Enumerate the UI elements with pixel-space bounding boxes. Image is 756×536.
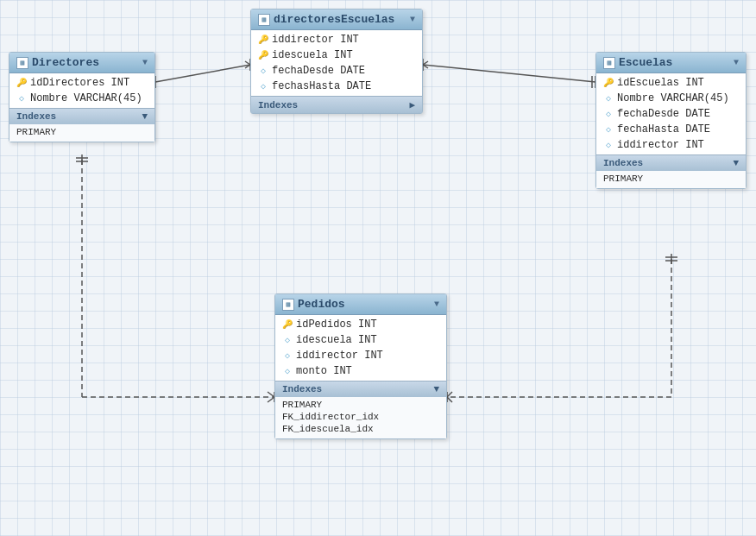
field-name: idescuela INT bbox=[272, 49, 353, 61]
table-directores-name: Directores bbox=[32, 56, 139, 69]
table-name: directoresEscuelas bbox=[274, 13, 406, 26]
field-row: 🔑 idEscuelas INT bbox=[596, 75, 746, 91]
field-name: idPedidos INT bbox=[296, 318, 377, 331]
diamond-icon: ◇ bbox=[603, 93, 614, 104]
index-row: FK_idescuela_idx bbox=[282, 423, 439, 435]
table-name: Pedidos bbox=[298, 298, 431, 311]
svg-line-24 bbox=[447, 397, 452, 402]
indexes-header[interactable]: Indexes ▼ bbox=[275, 381, 446, 397]
table-icon: ▦ bbox=[282, 299, 294, 311]
table-icon: ▦ bbox=[603, 57, 615, 69]
field-name: monto INT bbox=[296, 365, 352, 377]
diamond-icon: ◇ bbox=[603, 124, 614, 135]
indexes-header[interactable]: Indexes ▼ bbox=[596, 154, 746, 171]
field-name: fechasHasta DATE bbox=[272, 80, 371, 92]
diamond-icon: ◇ bbox=[282, 366, 293, 376]
table-directores-indexes-header[interactable]: Indexes ▼ bbox=[9, 108, 154, 124]
table-directores-dropdown[interactable]: ▼ bbox=[142, 58, 148, 67]
field-name: fechaDesde DATE bbox=[617, 108, 710, 120]
field-row: ◇ idescuela INT bbox=[275, 332, 446, 348]
svg-line-14 bbox=[268, 392, 274, 397]
key-icon: 🔑 bbox=[258, 35, 268, 45]
dropdown-arrow[interactable]: ▼ bbox=[734, 58, 739, 67]
dropdown-arrow[interactable]: ▼ bbox=[434, 300, 439, 309]
key-icon: 🔑 bbox=[603, 78, 614, 88]
index-row: FK_iddirector_idx bbox=[282, 411, 439, 423]
table-directores-escuelas-header[interactable]: ▦ directoresEscuelas ▼ bbox=[251, 9, 422, 30]
index-row: PRIMARY bbox=[16, 126, 148, 138]
field-name: iddirector INT bbox=[617, 139, 704, 151]
field-row: ◇ fechasHasta DATE bbox=[251, 79, 422, 94]
indexes-arrow: ▼ bbox=[733, 158, 739, 168]
field-row: 🔑 idPedidos INT bbox=[275, 317, 446, 332]
field-row: 🔑 idDirectores INT bbox=[9, 75, 154, 91]
indexes-content: PRIMARY bbox=[596, 171, 746, 188]
svg-line-9 bbox=[423, 65, 428, 68]
diamond-icon: ◇ bbox=[282, 350, 293, 361]
table-directores-fields: 🔑 idDirectores INT ◇ Nombre VARCHAR(45) bbox=[9, 73, 154, 108]
field-row: ◇ fechaDesde DATE bbox=[596, 106, 746, 122]
index-row: PRIMARY bbox=[603, 173, 739, 185]
field-row: ◇ iddirector INT bbox=[275, 348, 446, 363]
table-escuelas: ▦ Escuelas ▼ 🔑 idEscuelas INT ◇ Nombre V… bbox=[595, 52, 747, 189]
table-fields: 🔑 iddirector INT 🔑 idescuela INT ◇ fecha… bbox=[251, 30, 422, 96]
key-icon: 🔑 bbox=[16, 78, 27, 88]
table-escuelas-header[interactable]: ▦ Escuelas ▼ bbox=[596, 53, 746, 73]
indexes-label: Indexes bbox=[282, 384, 322, 394]
table-fields: 🔑 idEscuelas INT ◇ Nombre VARCHAR(45) ◇ … bbox=[596, 73, 746, 154]
table-fields: 🔑 idPedidos INT ◇ idescuela INT ◇ iddire… bbox=[275, 315, 446, 381]
field-row: ◇ Nombre VARCHAR(45) bbox=[596, 91, 746, 106]
svg-line-15 bbox=[268, 397, 274, 402]
field-row: 🔑 iddirector INT bbox=[251, 32, 422, 47]
indexes-content: PRIMARY FK_iddirector_idx FK_idescuela_i… bbox=[275, 397, 446, 438]
table-name: Escuelas bbox=[619, 56, 730, 69]
key-icon: 🔑 bbox=[258, 50, 268, 60]
indexes-label: Indexes bbox=[258, 100, 298, 110]
field-row: ◇ monto INT bbox=[275, 363, 446, 379]
diamond-icon: ◇ bbox=[258, 81, 268, 91]
diamond-icon: ◇ bbox=[258, 66, 268, 76]
svg-line-6 bbox=[423, 65, 595, 82]
table-directores-indexes-content: PRIMARY bbox=[9, 124, 154, 142]
table-directores: ▦ Directores ▼ 🔑 idDirectores INT ◇ Nomb… bbox=[9, 52, 155, 142]
field-name: Nombre VARCHAR(45) bbox=[617, 92, 729, 104]
table-directores-icon: ▦ bbox=[16, 57, 28, 69]
field-row: 🔑 idescuela INT bbox=[251, 47, 422, 63]
indexes-label: Indexes bbox=[16, 111, 56, 122]
table-icon: ▦ bbox=[258, 14, 270, 26]
diamond-icon: ◇ bbox=[16, 93, 27, 104]
table-pedidos-header[interactable]: ▦ Pedidos ▼ bbox=[275, 294, 446, 315]
field-name: fechaHasta DATE bbox=[617, 123, 710, 136]
indexes-header[interactable]: Indexes ▶ bbox=[251, 96, 422, 113]
dropdown-arrow[interactable]: ▼ bbox=[410, 15, 415, 24]
field-name: idDirectores INT bbox=[30, 77, 129, 89]
field-row: ◇ iddirector INT bbox=[596, 137, 746, 153]
field-name: idEscuelas INT bbox=[617, 77, 704, 89]
svg-line-8 bbox=[423, 61, 428, 65]
field-name: iddirector INT bbox=[272, 34, 359, 46]
indexes-arrow: ▼ bbox=[142, 111, 148, 122]
field-name: Nombre VARCHAR(45) bbox=[30, 92, 142, 104]
key-icon: 🔑 bbox=[282, 319, 293, 330]
diamond-icon: ◇ bbox=[282, 335, 293, 345]
diamond-icon: ◇ bbox=[603, 140, 614, 150]
field-name: iddirector INT bbox=[296, 350, 383, 362]
field-row: ◇ Nombre VARCHAR(45) bbox=[9, 91, 154, 106]
field-row: ◇ fechaDesde DATE bbox=[251, 63, 422, 79]
field-row: ◇ fechaHasta DATE bbox=[596, 122, 746, 137]
svg-line-0 bbox=[155, 65, 250, 82]
indexes-label: Indexes bbox=[603, 158, 643, 168]
index-row: PRIMARY bbox=[282, 399, 439, 411]
diamond-icon: ◇ bbox=[603, 109, 614, 119]
table-directores-escuelas: ▦ directoresEscuelas ▼ 🔑 iddirector INT … bbox=[250, 9, 423, 114]
indexes-arrow: ▼ bbox=[433, 384, 439, 394]
indexes-arrow: ▶ bbox=[409, 99, 415, 110]
field-name: fechaDesde DATE bbox=[272, 65, 365, 77]
table-pedidos: ▦ Pedidos ▼ 🔑 idPedidos INT ◇ idescuela … bbox=[274, 293, 447, 439]
svg-line-23 bbox=[447, 392, 452, 397]
field-name: idescuela INT bbox=[296, 334, 377, 346]
table-directores-header[interactable]: ▦ Directores ▼ bbox=[9, 53, 154, 73]
